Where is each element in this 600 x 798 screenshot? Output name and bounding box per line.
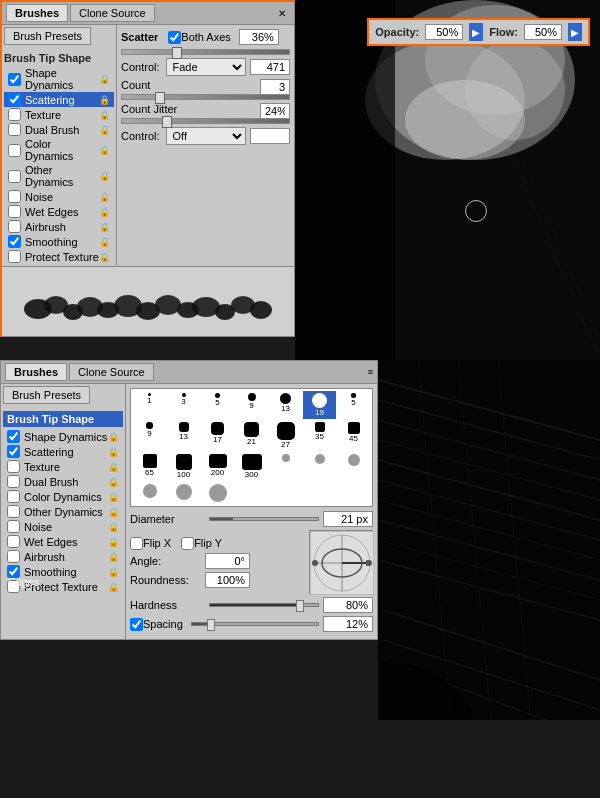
tip-cell-2[interactable]: 3 <box>167 391 200 419</box>
bottom-brush-item-airbrush[interactable]: Airbrush 🔒 <box>3 549 123 564</box>
opacity-label: Opacity: <box>375 26 419 38</box>
hardness-row: Hardness 80% <box>130 597 373 613</box>
scatter-slider-track[interactable] <box>121 49 290 55</box>
tip-cell-17[interactable]: 200 <box>201 452 234 481</box>
svg-rect-6 <box>295 0 395 360</box>
diameter-value[interactable] <box>323 511 373 527</box>
compass-widget[interactable] <box>309 530 373 594</box>
tip-cell-7[interactable]: 5 <box>337 391 370 419</box>
opacity-arrow[interactable]: ▶ <box>469 23 483 41</box>
brush-item-airbrush[interactable]: Airbrush 🔒 <box>4 219 114 234</box>
tip-cell-22[interactable] <box>133 482 166 504</box>
bottom-brush-item-protect-texture[interactable]: Protect Texture 🔒 <box>3 579 123 594</box>
angle-value[interactable] <box>205 553 250 569</box>
control-label-2: Control: <box>121 130 160 142</box>
scatter-pct-field[interactable] <box>239 29 279 45</box>
tip-cell-24[interactable] <box>201 482 234 504</box>
scatter-control-select-2[interactable]: Off <box>166 127 246 145</box>
tip-cell-4[interactable]: 9 <box>235 391 268 419</box>
roundness-value[interactable] <box>205 572 250 588</box>
brush-item-dual-brush[interactable]: Dual Brush 🔒 <box>4 122 114 137</box>
canvas-top-right <box>295 0 600 360</box>
tab-clone-source-bottom[interactable]: Clone Source <box>69 363 154 381</box>
bottom-brush-item-noise[interactable]: Noise 🔒 <box>3 519 123 534</box>
lock-icon-b4: 🔒 <box>108 477 119 487</box>
tip-cell-14[interactable]: 45 <box>337 420 370 451</box>
tip-cell-10[interactable]: 17 <box>201 420 234 451</box>
tip-cell-1[interactable]: 1 <box>133 391 166 419</box>
brush-item-scattering[interactable]: Scattering 🔒 <box>4 92 114 107</box>
both-axes-check[interactable]: Both Axes <box>168 31 231 44</box>
expand-icon[interactable]: ≡ <box>368 367 373 377</box>
angle-label: Angle: <box>130 555 205 567</box>
count-slider-thumb[interactable] <box>155 92 165 104</box>
brush-item-color-dynamics[interactable]: Color Dynamics 🔒 <box>4 137 114 163</box>
tab-brushes-bottom[interactable]: Brushes <box>5 363 67 381</box>
tip-cell-13[interactable]: 35 <box>303 420 336 451</box>
bottom-brush-presets-button[interactable]: Brush Presets <box>3 386 90 404</box>
scatter-slider-thumb[interactable] <box>172 47 182 59</box>
tip-cell-18[interactable]: 300 <box>235 452 268 481</box>
bottom-brush-item-dual-brush[interactable]: Dual Brush 🔒 <box>3 474 123 489</box>
tip-cell-21[interactable] <box>337 452 370 481</box>
bottom-brush-item-wet-edges[interactable]: Wet Edges 🔒 <box>3 534 123 549</box>
hardness-label: Hardness <box>130 599 205 611</box>
hardness-slider[interactable] <box>209 603 319 607</box>
count-jitter-field[interactable] <box>260 103 290 119</box>
lock-icon-b8: 🔒 <box>108 537 119 547</box>
brush-cursor <box>465 200 487 222</box>
tip-cell-9[interactable]: 13 <box>167 420 200 451</box>
bottom-brush-item-scattering[interactable]: Scattering 🔒 <box>3 444 123 459</box>
tip-cell-5[interactable]: 13 <box>269 391 302 419</box>
bottom-brush-tip-shape-label[interactable]: Brush Tip Shape <box>3 411 123 427</box>
bottom-brush-item-smoothing[interactable]: Smoothing 🔒 <box>3 564 123 579</box>
bottom-brush-item-color-dynamics[interactable]: Color Dynamics 🔒 <box>3 489 123 504</box>
brush-item-protect-texture[interactable]: Protect Texture 🔒 <box>4 249 114 264</box>
tip-cell-19[interactable] <box>269 452 302 481</box>
lock-icon-8: 🔒 <box>99 207 110 217</box>
flip-y-label[interactable]: Flip Y <box>181 537 222 550</box>
brush-tip-grid[interactable]: 1 3 5 9 13 19 5 9 13 17 21 27 35 45 65 1… <box>130 388 373 507</box>
scatter-control-select[interactable]: Fade <box>166 58 246 76</box>
brush-item-other-dynamics[interactable]: Other Dynamics 🔒 <box>4 163 114 189</box>
flow-arrow[interactable]: ▶ <box>568 23 582 41</box>
bottom-brush-item-other-dynamics[interactable]: Other Dynamics 🔒 <box>3 504 123 519</box>
tip-cell-12[interactable]: 27 <box>269 420 302 451</box>
svg-point-42 <box>250 301 272 319</box>
close-icon[interactable]: ✕ <box>274 8 290 19</box>
count-jitter-slider-track[interactable] <box>121 118 290 124</box>
tip-cell-16[interactable]: 100 <box>167 452 200 481</box>
brush-item-smoothing[interactable]: Smoothing 🔒 <box>4 234 114 249</box>
scatter-control-value[interactable] <box>250 59 290 75</box>
flow-value[interactable] <box>524 24 562 40</box>
flip-x-label[interactable]: Flip X <box>130 537 171 550</box>
tip-cell-6[interactable]: 19 <box>303 391 336 419</box>
top-brush-preview <box>2 266 294 336</box>
diameter-slider[interactable] <box>209 517 319 521</box>
tip-cell-8[interactable]: 9 <box>133 420 166 451</box>
tip-cell-11[interactable]: 21 <box>235 420 268 451</box>
lock-icon: 🔒 <box>99 74 110 84</box>
control-value-2[interactable] <box>250 128 290 144</box>
count-field[interactable] <box>260 79 290 95</box>
spacing-check-label[interactable]: Spacing <box>130 618 183 631</box>
opacity-value[interactable] <box>425 24 463 40</box>
tip-cell-15[interactable]: 65 <box>133 452 166 481</box>
tip-cell-20[interactable] <box>303 452 336 481</box>
tip-cell-23[interactable] <box>167 482 200 504</box>
bottom-brush-item-shape-dynamics[interactable]: Shape Dynamics 🔒 <box>3 429 123 444</box>
count-jitter-slider-thumb[interactable] <box>162 116 172 128</box>
brush-presets-button[interactable]: Brush Presets <box>4 27 91 45</box>
tab-clone-source-top[interactable]: Clone Source <box>70 4 155 22</box>
tip-cell-3[interactable]: 5 <box>201 391 234 419</box>
bottom-brush-item-texture[interactable]: Texture 🔒 <box>3 459 123 474</box>
brush-item-texture[interactable]: Texture 🔒 <box>4 107 114 122</box>
tab-brushes-top[interactable]: Brushes <box>6 4 68 22</box>
spacing-slider[interactable] <box>191 622 319 626</box>
brush-item-shape-dynamics[interactable]: Shape Dynamics 🔒 <box>4 66 114 92</box>
brush-item-wet-edges[interactable]: Wet Edges 🔒 <box>4 204 114 219</box>
brush-item-noise[interactable]: Noise 🔒 <box>4 189 114 204</box>
hardness-thumb[interactable] <box>296 600 304 612</box>
count-slider-track[interactable] <box>121 94 290 100</box>
spacing-thumb[interactable] <box>207 619 215 631</box>
